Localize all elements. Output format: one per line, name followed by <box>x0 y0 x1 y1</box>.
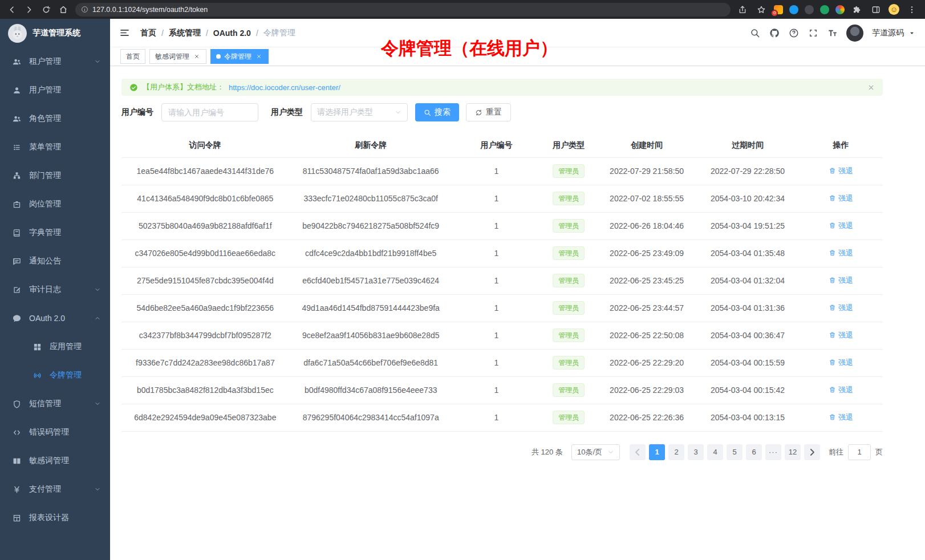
doc-alert: 【用户体系】文档地址： https://doc.iocoder.cn/user-… <box>121 79 883 96</box>
ext-dark-icon[interactable] <box>805 5 814 14</box>
side-panel-icon[interactable] <box>870 3 882 16</box>
help-icon[interactable] <box>789 28 799 38</box>
force-logout-button[interactable]: 强退 <box>829 166 853 176</box>
search-button-label: 搜索 <box>435 107 451 117</box>
cell-create_time: 2022-06-25 22:50:08 <box>597 322 696 349</box>
sidebar-item-role[interactable]: 角色管理 <box>0 104 110 133</box>
sidebar-item-dept[interactable]: 部门管理 <box>0 161 110 190</box>
sidebar-item-menu[interactable]: 菜单管理 <box>0 133 110 161</box>
address-bar[interactable]: 127.0.0.1:1024/system/oauth2/token <box>75 3 731 17</box>
home-icon[interactable] <box>57 3 70 16</box>
app-frame: 芋道管理系统 租户管理用户管理角色管理菜单管理部门管理岗位管理字典管理通知公告审… <box>0 19 925 560</box>
search-icon[interactable] <box>750 28 760 38</box>
force-logout-label: 强退 <box>838 166 853 176</box>
goto-page-input[interactable] <box>848 444 871 460</box>
cell-access_token: 502375b8040a469a9b82188afdf6af1f <box>121 212 289 240</box>
alert-close-icon[interactable] <box>867 84 875 91</box>
sidebar-item-audit-log[interactable]: 审计日志 <box>0 275 110 304</box>
user-type-select[interactable]: 请选择用户类型 <box>311 103 408 121</box>
ext-blue-icon[interactable] <box>789 5 798 14</box>
bookmark-star-icon[interactable] <box>755 3 768 16</box>
badge-icon <box>13 200 21 209</box>
user-name[interactable]: 芋道源码 <box>872 28 904 38</box>
sidebar-item-dict[interactable]: 字典管理 <box>0 218 110 247</box>
cell-user_type: 管理员 <box>540 185 597 212</box>
force-logout-button[interactable]: 强退 <box>829 248 853 258</box>
cell-action: 强退 <box>799 212 883 240</box>
sidebar-toggle-icon[interactable] <box>119 27 130 38</box>
user-type-badge: 管理员 <box>553 383 585 397</box>
page-button-3[interactable]: 3 <box>688 444 704 460</box>
breadcrumb-item[interactable]: 系统管理 <box>169 28 201 38</box>
app-logo[interactable]: 芋道管理系统 <box>0 19 110 47</box>
screen: 127.0.0.1:1024/system/oauth2/token 0☺ 芋道… <box>0 0 925 560</box>
extensions-icon[interactable] <box>851 3 863 16</box>
force-logout-button[interactable]: 强退 <box>829 412 853 423</box>
cell-user_id: 1 <box>453 157 541 185</box>
sidebar-item-post[interactable]: 岗位管理 <box>0 190 110 218</box>
fullscreen-icon[interactable] <box>808 28 818 38</box>
sidebar-item-oauth2-token[interactable]: 令牌管理 <box>0 361 110 389</box>
back-icon[interactable] <box>6 3 18 16</box>
force-logout-button[interactable]: 强退 <box>829 385 853 395</box>
cell-expire_time: 2054-03-04 19:51:25 <box>696 212 799 240</box>
page-button-12[interactable]: 12 <box>785 444 801 460</box>
breadcrumb-item[interactable]: 首页 <box>140 28 156 38</box>
share-icon[interactable] <box>736 3 749 16</box>
cell-expire_time: 2054-03-04 01:32:04 <box>696 267 799 294</box>
sidebar-item-label: 字典管理 <box>29 228 61 238</box>
column-header-expire_time: 过期时间 <box>696 133 799 157</box>
reload-icon[interactable] <box>40 3 52 16</box>
force-logout-button[interactable]: 强退 <box>829 358 853 368</box>
force-logout-button[interactable]: 强退 <box>829 330 853 340</box>
trash-icon <box>829 331 836 339</box>
sidebar-item-report[interactable]: 报表设计器 <box>0 504 110 532</box>
profile-avatar-icon[interactable]: ☺ <box>889 4 899 15</box>
ext-color-icon[interactable] <box>835 5 845 14</box>
pagination-more[interactable]: ··· <box>765 444 781 460</box>
search-button[interactable]: 搜索 <box>415 103 459 121</box>
fontsize-icon[interactable] <box>827 28 838 38</box>
page-button-6[interactable]: 6 <box>746 444 762 460</box>
site-info-icon[interactable] <box>81 6 88 13</box>
user-id-input[interactable] <box>161 103 258 121</box>
cell-create_time: 2022-07-29 21:58:50 <box>597 157 696 185</box>
pagination-prev-button[interactable] <box>630 444 646 460</box>
github-icon[interactable] <box>769 28 780 38</box>
cell-create_time: 2022-06-25 22:29:03 <box>597 376 696 404</box>
ext-green-icon[interactable] <box>820 5 829 14</box>
sidebar-item-oauth2[interactable]: OAuth 2.0 <box>0 304 110 332</box>
sidebar-item-oauth2-app[interactable]: 应用管理 <box>0 332 110 361</box>
breadcrumb-item[interactable]: OAuth 2.0 <box>213 29 251 38</box>
page-button-5[interactable]: 5 <box>727 444 743 460</box>
pagination-next-button[interactable] <box>804 444 820 460</box>
force-logout-button[interactable]: 强退 <box>829 221 853 231</box>
sidebar-item-sensitive-word[interactable]: 敏感词管理 <box>0 447 110 475</box>
ext-orange-icon[interactable]: 0 <box>774 5 783 14</box>
page-button-1[interactable]: 1 <box>649 444 665 460</box>
sidebar-item-user[interactable]: 用户管理 <box>0 76 110 104</box>
tab-sensitive-word[interactable]: 敏感词管理 <box>149 49 206 64</box>
sidebar-item-pay[interactable]: 支付管理 <box>0 475 110 504</box>
force-logout-button[interactable]: 强退 <box>829 303 853 313</box>
tab-home[interactable]: 首页 <box>120 49 145 64</box>
browser-menu-icon[interactable] <box>906 3 918 16</box>
force-logout-button[interactable]: 强退 <box>829 275 853 286</box>
sidebar-item-sms[interactable]: 短信管理 <box>0 389 110 418</box>
page-button-4[interactable]: 4 <box>707 444 723 460</box>
reset-button[interactable]: 重置 <box>466 103 511 121</box>
sidebar-item-notice[interactable]: 通知公告 <box>0 247 110 275</box>
sidebar-item-tenant[interactable]: 租户管理 <box>0 47 110 76</box>
page-button-2[interactable]: 2 <box>668 444 684 460</box>
page-size-select[interactable]: 10条/页 <box>571 444 620 460</box>
tab-oauth2-token[interactable]: 令牌管理 <box>210 49 269 64</box>
user-avatar[interactable] <box>846 25 863 42</box>
sidebar-item-error-code[interactable]: 错误码管理 <box>0 418 110 447</box>
user-menu-caret-icon[interactable] <box>908 29 916 37</box>
forward-icon[interactable] <box>23 3 35 16</box>
force-logout-button[interactable]: 强退 <box>829 193 853 204</box>
tab-close-icon[interactable] <box>255 52 263 60</box>
alert-doc-link[interactable]: https://doc.iocoder.cn/user-center/ <box>229 83 340 92</box>
tab-close-icon[interactable] <box>193 52 201 60</box>
user-type-badge: 管理员 <box>553 411 585 424</box>
